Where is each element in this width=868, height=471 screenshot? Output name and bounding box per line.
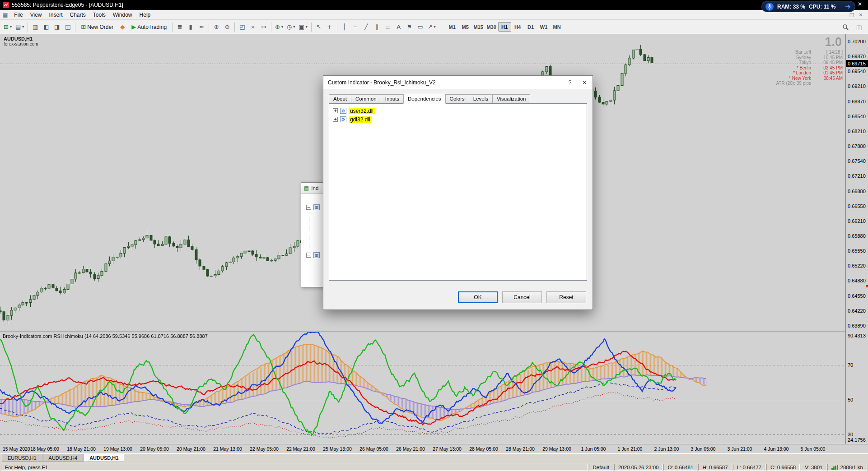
bar-chart-button[interactable]: ≣	[174, 22, 185, 32]
minimize-icon[interactable]: –	[838, 12, 847, 18]
mdi-window-controls: –□×	[838, 12, 865, 18]
crosshair-button[interactable]: +	[324, 22, 335, 32]
chart-shift-button[interactable]: ↦	[258, 22, 269, 32]
performance-overlay[interactable]: RAM: 33 % CPU: 11 %	[761, 1, 855, 12]
profiles-button[interactable]: ▤▾	[14, 22, 26, 32]
tab-levels[interactable]: Levels	[469, 94, 493, 104]
tab-about[interactable]: About	[329, 94, 351, 104]
menu-charts[interactable]: Charts	[66, 11, 89, 19]
shapes-button[interactable]: ▭	[415, 22, 426, 32]
cancel-button[interactable]: Cancel	[502, 291, 542, 303]
chart-tab-eurusd-h1[interactable]: EURUSD,H1	[2, 454, 42, 462]
tab-common[interactable]: Common	[351, 94, 381, 104]
timeframe-m30[interactable]: M30	[485, 22, 498, 32]
chart-tab-audusd-h1[interactable]: AUDUSD,H1	[84, 454, 124, 462]
vertical-line-button[interactable]: │	[339, 22, 350, 32]
zoom-in-icon: ⊕	[214, 24, 219, 30]
tree-node[interactable]: − ▦	[306, 204, 320, 210]
price-tick-label: 0.68870	[848, 99, 866, 104]
metaeditor-button[interactable]: ◆	[117, 22, 128, 32]
chart-window-icon[interactable]: ▦	[3, 12, 8, 18]
candlestick-chart-button[interactable]: ▮	[185, 22, 196, 32]
tab-colors[interactable]: Colors	[445, 94, 469, 104]
timeframe-h1[interactable]: H1	[498, 22, 511, 32]
zoom-out-button[interactable]: ⊖	[222, 22, 233, 32]
cursor-button[interactable]: ↖	[313, 22, 324, 32]
dependencies-list[interactable]: +⚙user32.dll+⚙gdi32.dll	[329, 103, 587, 281]
timeframe-h4[interactable]: H4	[511, 22, 524, 32]
search-button[interactable]	[840, 22, 851, 32]
auto-scroll-button[interactable]: »	[247, 22, 258, 32]
periods-icon: ◷	[287, 24, 292, 30]
trendline-button[interactable]: ╱	[361, 22, 372, 32]
time-axis[interactable]: 15 May 202018 May 05:0018 May 21:0019 Ma…	[0, 444, 868, 453]
time-tick-label: 1 Jun 05:00	[581, 446, 606, 452]
time-tick-label: 5 Jun 05:00	[801, 446, 826, 452]
line-chart-button[interactable]: ≈	[196, 22, 207, 32]
collapse-icon[interactable]: −	[306, 253, 311, 258]
clock-time: 02:45 PM	[815, 65, 843, 71]
tile-windows-button[interactable]: ◰	[237, 22, 247, 32]
price-axis[interactable]: 0.69715 0.702000.698700.695400.692100.68…	[845, 34, 868, 444]
dialog-close-button[interactable]: ✕	[577, 76, 592, 89]
toolbar-separator	[209, 23, 209, 32]
timeframe-mn[interactable]: MN	[551, 22, 564, 32]
timeframe-m15[interactable]: M15	[472, 22, 485, 32]
horizontal-line-button[interactable]: ─	[350, 22, 361, 32]
restore-icon[interactable]: □	[847, 12, 856, 18]
status-profile[interactable]: Default	[589, 464, 613, 471]
new-chart-button[interactable]: ⊞▾	[2, 22, 14, 32]
pane-divider[interactable]	[0, 331, 868, 332]
market-clock-panel: Bar Left[ 14:28 ]Sydney10:45 PMTokyo09:4…	[776, 50, 843, 86]
tab-visualization[interactable]: Visualization	[492, 94, 530, 104]
help-button[interactable]: ?	[563, 76, 577, 89]
timeframe-m5[interactable]: M5	[459, 22, 472, 32]
dialog-titlebar[interactable]: Custom Indicator - Brooky_Rsi_Ichimoku_V…	[323, 76, 593, 89]
channel-button[interactable]: ∥	[372, 22, 383, 32]
arrows-button[interactable]: ↗▾	[426, 22, 438, 32]
menu-insert[interactable]: Insert	[45, 11, 66, 19]
new-window-button[interactable]: ◫	[854, 22, 864, 32]
menu-window[interactable]: Window	[109, 11, 136, 19]
periods-button[interactable]: ◷▾	[285, 22, 297, 32]
menu-tools[interactable]: Tools	[89, 11, 109, 19]
expand-icon[interactable]: +	[333, 117, 338, 122]
mdi-close-icon[interactable]: ×	[856, 12, 865, 18]
ok-button[interactable]: OK	[458, 291, 498, 303]
tab-dependencies[interactable]: Dependencies	[403, 94, 446, 104]
chart-tab-audusd-h4[interactable]: AUDUSD,H4	[43, 454, 84, 462]
timeframe-w1[interactable]: W1	[537, 22, 551, 32]
tab-inputs[interactable]: Inputs	[381, 94, 404, 104]
dependency-item[interactable]: +⚙user32.dll	[333, 106, 587, 115]
chart-tab-bar: EURUSD,H1AUDUSD,H4AUDUSD,H1	[0, 453, 868, 463]
time-tick-label: 19 May 13:00	[103, 446, 132, 452]
text-button[interactable]: A	[393, 22, 404, 32]
menu-file[interactable]: File	[10, 11, 26, 19]
data-window-button[interactable]: ◧	[41, 22, 51, 32]
zoom-in-button[interactable]: ⊕	[211, 22, 222, 32]
autotrading-button[interactable]: ▶AutoTrading	[128, 22, 170, 32]
dependency-item[interactable]: +⚙gdi32.dll	[333, 115, 587, 124]
tree-node[interactable]: − ▦	[306, 252, 320, 258]
collapse-icon[interactable]: −	[306, 205, 311, 210]
terminal-button[interactable]: ◫	[62, 22, 73, 32]
time-tick-label: 20 May 21:00	[177, 446, 205, 452]
timeframe-m1[interactable]: M1	[446, 22, 459, 32]
navigator-button[interactable]: ◨	[51, 22, 62, 32]
expand-icon[interactable]: +	[333, 108, 338, 113]
menu-help[interactable]: Help	[136, 11, 154, 19]
new-order-button[interactable]: ⊞New Order	[77, 22, 117, 32]
text-label-button[interactable]: ⚑	[404, 22, 415, 32]
fibonacci-button[interactable]: ≡	[383, 22, 393, 32]
reset-button[interactable]: Reset	[546, 291, 586, 303]
new-chart-icon: ⊞	[4, 24, 9, 30]
indicator-chart-canvas[interactable]	[0, 332, 845, 444]
window-titlebar[interactable]: 553585: Pepperstone-Edge05 - [AUDUSD,H1]…	[0, 0, 868, 10]
expand-arrow-icon[interactable]	[845, 5, 851, 9]
menu-view[interactable]: View	[27, 11, 46, 19]
templates-button[interactable]: ▣▾	[297, 22, 309, 32]
indicators-button[interactable]: ⊕▾	[273, 22, 285, 32]
close-icon[interactable]: ✕	[855, 1, 864, 7]
market-watch-button[interactable]: ▥	[30, 22, 41, 32]
timeframe-d1[interactable]: D1	[524, 22, 537, 32]
